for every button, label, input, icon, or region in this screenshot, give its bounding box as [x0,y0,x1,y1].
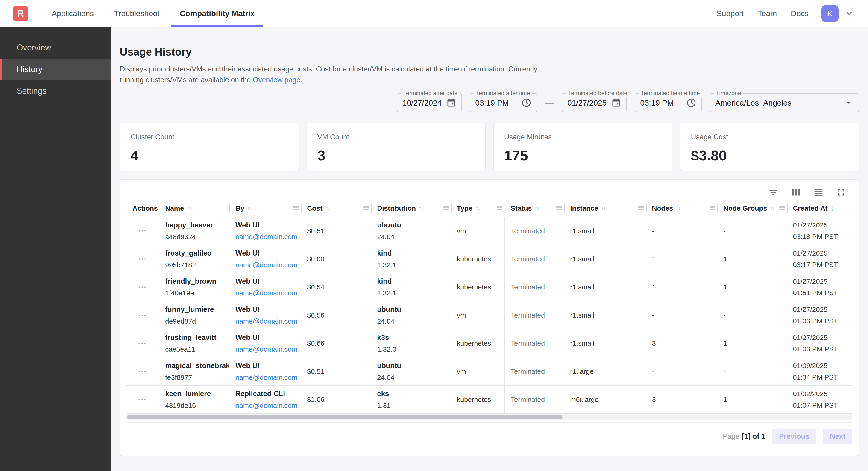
created-time: 03:17 PM PST [793,261,852,269]
sort-icon[interactable]: ↑↓ [601,205,606,212]
nav-tab[interactable]: Docs [784,9,815,18]
by-email-link[interactable]: name@domain.com [236,402,301,410]
row-actions-icon[interactable]: ••• [138,284,147,290]
row-actions-icon[interactable]: ••• [138,312,147,318]
page-description: Displays prior clusters/VMs and their as… [120,64,553,85]
columns-icon[interactable] [790,187,801,198]
column-header[interactable]: Name ↑↓ [159,200,229,216]
by-email-link[interactable]: name@domain.com [236,374,301,381]
previous-page-button[interactable]: Previous [772,429,816,444]
user-avatar[interactable]: K [822,5,838,22]
status-cell: Terminated [505,357,564,385]
sidebar-item[interactable]: History [0,59,111,80]
column-resize-handle-icon[interactable] [293,206,299,210]
terminated-before-time-field[interactable]: Terminated before time 03:19 PM [634,93,702,113]
sidebar-item[interactable]: Settings [0,80,111,102]
by-email-link[interactable]: name@domain.com [236,261,301,269]
sort-icon[interactable]: ↑↓ [475,205,479,212]
column-resize-handle-icon[interactable] [443,206,448,210]
filter-icon[interactable] [768,187,779,198]
density-icon[interactable] [813,187,824,198]
column-separator [301,203,302,213]
sort-icon[interactable]: ↑↓ [325,205,330,212]
column-resize-handle-icon[interactable] [363,206,369,210]
column-header[interactable]: Instance ↑↓ [564,200,646,216]
by-cell: Web UI name@domain.com [229,329,301,357]
calendar-icon[interactable] [611,98,621,108]
created-time: 01:03 PM PST [793,345,852,353]
nav-tab[interactable]: Troubleshoot [104,0,169,27]
sort-icon[interactable]: ↑↓ [247,205,251,212]
column-resize-handle-icon[interactable] [710,206,715,210]
cluster-name: magical_stonebraker [165,361,229,370]
sidebar-item[interactable]: Overview [0,37,111,59]
column-header[interactable]: Status ↑↓ [505,200,564,216]
by-email-link[interactable]: name@domain.com [236,317,301,325]
column-separator [646,203,647,213]
stat-label: Usage Minutes [504,133,661,141]
row-actions-icon[interactable]: ••• [138,340,147,346]
next-page-button[interactable]: Next [823,429,852,444]
column-resize-handle-icon[interactable] [556,206,562,210]
field-value: 10/27/2024 [402,98,442,107]
distribution-version: 1.32.1 [377,261,451,269]
row-actions-icon[interactable]: ••• [138,228,147,234]
sort-icon[interactable]: ↑↓ [535,205,539,212]
nodes-cell: - [646,357,717,385]
column-resize-handle-icon[interactable] [779,206,785,210]
overview-page-link[interactable]: Overview page [253,76,300,84]
calendar-icon[interactable] [446,98,456,108]
chevron-down-icon[interactable] [844,9,854,18]
nav-tab[interactable]: Compatibility Matrix [170,0,265,27]
column-header[interactable]: Distribution ↑↓ [371,200,451,216]
column-header[interactable]: Actions [126,200,159,216]
instance-cell: r1.small [564,301,646,329]
replicated-logo[interactable]: R [13,6,28,21]
column-header[interactable]: Type ↑↓ [451,200,505,216]
name-cell: frosty_galileo 995b7182 [159,245,229,273]
horizontal-scrollbar[interactable] [126,414,852,420]
column-header[interactable]: Created At ↓ [787,200,852,216]
column-header[interactable]: Node Groups ↑↓ [717,200,787,216]
column-separator [787,203,787,213]
by-cell: Web UI name@domain.com [229,245,301,273]
nav-tab-label: Support [716,9,744,18]
row-actions-icon[interactable]: ••• [138,396,147,403]
terminated-before-date-field[interactable]: Terminated before date 01/27/2025 [562,93,627,113]
by-email-link[interactable]: name@domain.com [236,346,301,353]
nav-tab-label: Docs [791,9,809,18]
status-cell: Terminated [505,329,564,357]
timezone-select[interactable]: Timezone America/Los_Angeles [710,93,859,113]
column-header[interactable]: Cost ↑↓ [301,200,371,216]
sort-icon[interactable]: ↑↓ [187,205,191,212]
column-header[interactable]: By ↑↓ [229,200,301,216]
column-header[interactable]: Nodes ↑↓ [646,200,717,216]
created-time: 01:34 PM PST [793,373,852,381]
sort-icon[interactable]: ↑↓ [418,205,423,212]
row-actions-icon[interactable]: ••• [138,256,147,262]
terminated-after-time-field[interactable]: Terminated after time 03:19 PM [470,93,537,113]
status-cell: Terminated [505,385,564,413]
row-actions-icon[interactable]: ••• [138,369,147,375]
nav-tab[interactable]: Support [710,9,751,18]
by-email-link[interactable]: name@domain.com [236,233,301,241]
column-resize-handle-icon[interactable] [638,206,644,210]
node-groups-cell: - [717,301,787,329]
terminated-after-date-field[interactable]: Terminated after date 10/27/2024 [397,93,462,113]
field-value: 01/27/2025 [567,98,607,107]
clock-icon[interactable] [686,98,696,108]
sort-icon[interactable]: ↑↓ [770,205,774,212]
nav-tab[interactable]: Applications [41,0,104,27]
type-cell: vm [451,301,505,329]
clock-icon[interactable] [521,98,531,108]
field-label: Terminated before time [639,90,702,96]
sort-icon[interactable]: ↓ [831,204,834,212]
scrollbar-thumb[interactable] [127,415,562,419]
by-cell: Replicated CLI name@domain.com [229,385,301,413]
column-resize-handle-icon[interactable] [497,206,502,210]
field-label: Timezone [714,90,743,96]
fullscreen-icon[interactable] [836,187,846,198]
sort-icon[interactable]: ↑↓ [676,205,680,212]
nav-tab[interactable]: Team [751,9,784,18]
by-email-link[interactable]: name@domain.com [236,289,301,297]
